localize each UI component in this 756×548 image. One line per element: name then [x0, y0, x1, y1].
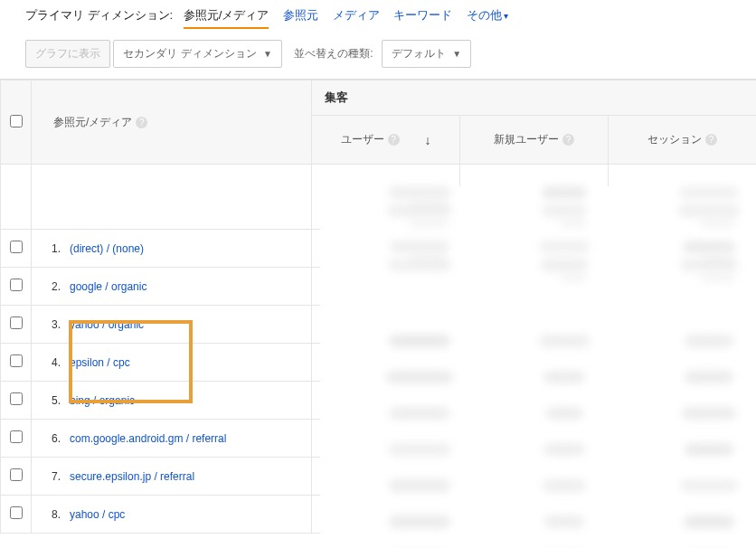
source-cell: 2.google / organic — [32, 268, 312, 306]
row-checkbox-cell — [1, 382, 32, 420]
secondary-dimension-label: セカンダリ ディメンション — [123, 47, 256, 60]
metric-sessions — [609, 306, 757, 344]
help-icon[interactable]: ? — [388, 134, 400, 146]
sort-desc-icon: ↓ — [425, 133, 431, 147]
metric-users — [312, 230, 460, 268]
row-index: 2. — [41, 280, 61, 293]
row-index: 1. — [41, 242, 61, 255]
tab-other[interactable]: その他▾ — [467, 7, 508, 24]
header-sessions-label: セッション — [647, 132, 702, 147]
source-media-link[interactable]: bing / organic — [70, 394, 135, 407]
header-sessions[interactable]: セッション ? — [609, 116, 757, 165]
caret-down-icon: ▼ — [452, 49, 461, 59]
row-checkbox[interactable] — [10, 279, 23, 291]
metric-sessions — [609, 230, 757, 268]
secondary-dimension-button[interactable]: セカンダリ ディメンション ▼ — [113, 40, 282, 68]
row-checkbox[interactable] — [10, 317, 23, 329]
tab-keyword[interactable]: キーワード — [393, 7, 452, 24]
caret-down-icon: ▼ — [263, 49, 272, 59]
help-icon[interactable]: ? — [705, 134, 717, 146]
sort-type-label: 並べ替えの種類: — [294, 47, 373, 60]
header-users[interactable]: ユーザー ? ↓ — [312, 116, 460, 165]
source-cell: 7.secure.epsilon.jp / referral — [32, 458, 312, 496]
select-all-checkbox[interactable] — [10, 115, 23, 128]
row-checkbox-cell — [1, 344, 32, 382]
source-media-link[interactable]: yahoo / organic — [70, 318, 144, 331]
table-row: 1.(direct) / (none) — [1, 230, 757, 268]
metric-new-users — [460, 458, 609, 496]
row-index: 4. — [41, 356, 61, 369]
metric-new-users — [460, 306, 609, 344]
summary-row — [1, 165, 757, 230]
primary-dimension-bar: プライマリ ディメンション: 参照元/メディア 参照元 メディア キーワード そ… — [0, 0, 756, 33]
source-media-link[interactable]: google / organic — [70, 280, 146, 293]
tab-media[interactable]: メディア — [333, 7, 380, 24]
row-index: 6. — [41, 432, 61, 445]
row-checkbox[interactable] — [10, 506, 23, 519]
report-table: 参照元/メディア ? 集客 ユーザー ? ↓ 新規ユーザー — [0, 80, 756, 534]
row-checkbox-cell — [1, 268, 32, 306]
header-new-users-label: 新規ユーザー — [494, 132, 559, 147]
source-media-link[interactable]: epsilon / cpc — [70, 356, 130, 369]
source-cell: 3.yahoo / organic — [32, 306, 312, 344]
metric-sessions — [609, 458, 757, 496]
toolbar: グラフに表示 セカンダリ ディメンション ▼ 並べ替えの種類: デフォルト ▼ — [0, 33, 756, 80]
metric-users — [312, 496, 460, 534]
plot-rows-button: グラフに表示 — [25, 40, 110, 68]
header-checkbox-cell — [1, 80, 32, 165]
row-checkbox[interactable] — [10, 392, 23, 405]
source-cell: 4.epsilon / cpc — [32, 344, 312, 382]
help-icon[interactable]: ? — [136, 117, 147, 128]
row-index: 7. — [41, 470, 61, 483]
source-cell: 8.yahoo / cpc — [32, 496, 312, 534]
row-checkbox[interactable] — [10, 354, 23, 367]
table-row: 4.epsilon / cpc — [1, 344, 757, 382]
source-cell: 6.com.google.android.gm / referral — [32, 420, 312, 458]
header-users-label: ユーザー — [341, 132, 384, 147]
tab-source[interactable]: 参照元 — [283, 7, 318, 24]
metric-new-users — [460, 420, 609, 458]
metric-users — [312, 382, 460, 420]
source-media-link[interactable]: yahoo / cpc — [70, 508, 125, 521]
table-row: 5.bing / organic — [1, 382, 757, 420]
source-media-link[interactable]: secure.epsilon.jp / referral — [70, 470, 194, 483]
metric-new-users — [460, 496, 609, 534]
row-checkbox-cell — [1, 420, 32, 458]
row-checkbox-cell — [1, 496, 32, 534]
header-acquisition: 集客 — [312, 80, 757, 116]
metric-users — [312, 458, 460, 496]
row-checkbox-cell — [1, 458, 32, 496]
metric-sessions — [609, 496, 757, 534]
metric-users — [312, 344, 460, 382]
header-source-media-label: 参照元/メディア — [53, 115, 132, 130]
help-icon[interactable]: ? — [562, 134, 574, 146]
sort-type-button[interactable]: デフォルト ▼ — [382, 40, 471, 68]
metric-users — [312, 420, 460, 458]
row-index: 8. — [41, 508, 61, 521]
row-checkbox-cell — [1, 306, 32, 344]
tab-source-media[interactable]: 参照元/メディア — [184, 7, 269, 29]
row-checkbox[interactable] — [10, 241, 23, 253]
table-row: 6.com.google.android.gm / referral — [1, 420, 757, 458]
metric-new-users — [460, 382, 609, 420]
header-source-media[interactable]: 参照元/メディア ? — [32, 80, 312, 165]
source-media-link[interactable]: com.google.android.gm / referral — [70, 432, 226, 445]
row-checkbox[interactable] — [10, 430, 23, 443]
source-media-link[interactable]: (direct) / (none) — [70, 242, 144, 255]
metric-sessions — [609, 268, 757, 306]
table-row: 8.yahoo / cpc — [1, 496, 757, 534]
row-checkbox-cell — [1, 230, 32, 268]
metric-new-users — [460, 344, 609, 382]
table-row: 2.google / organic — [1, 268, 757, 306]
metric-sessions — [609, 344, 757, 382]
caret-down-icon: ▾ — [504, 11, 508, 21]
row-checkbox[interactable] — [10, 468, 23, 481]
metric-new-users — [460, 268, 609, 306]
metric-sessions — [609, 382, 757, 420]
row-index: 3. — [41, 318, 61, 331]
primary-dimension-label: プライマリ ディメンション: — [25, 8, 173, 22]
header-new-users[interactable]: 新規ユーザー ? — [460, 116, 609, 165]
sort-type-value: デフォルト — [392, 47, 446, 60]
metric-new-users — [460, 230, 609, 268]
metric-users — [312, 306, 460, 344]
